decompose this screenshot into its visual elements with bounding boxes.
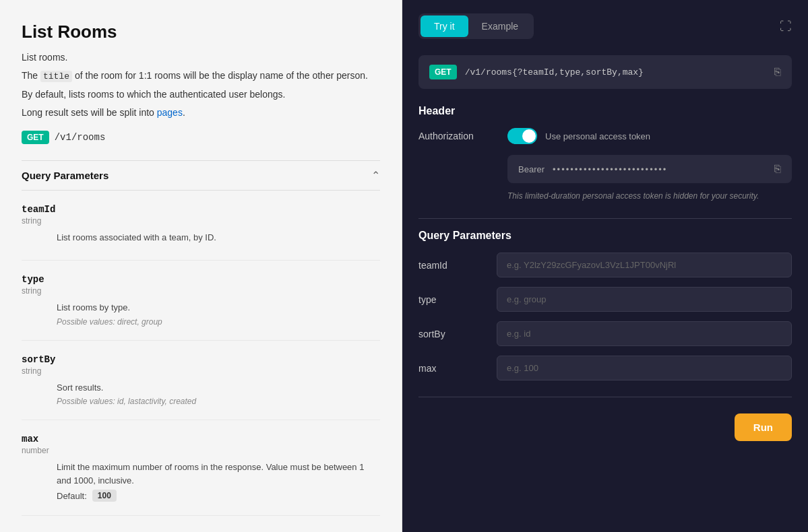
bearer-label: Bearer <box>518 164 545 174</box>
param-input-sortBy[interactable] <box>497 321 792 346</box>
header-title: Header <box>418 105 792 117</box>
toggle-knob <box>522 129 536 143</box>
param-row-label-type: type <box>418 294 486 305</box>
param-row-type: type <box>418 287 792 312</box>
param-teamId: teamId string List rooms associated with… <box>22 191 380 261</box>
param-desc-teamId: List rooms associated with a team, by ID… <box>57 231 380 244</box>
page-title: List Rooms <box>22 22 380 42</box>
param-type-max: number <box>22 446 380 455</box>
tab-buttons: Try it Example <box>418 13 534 39</box>
tab-example[interactable]: Example <box>468 15 532 37</box>
desc2: The title of the room for 1:1 rooms will… <box>22 69 380 84</box>
divider-2 <box>418 397 792 397</box>
param-type: type string List rooms by type. Possible… <box>22 261 380 341</box>
expand-icon[interactable]: ⛶ <box>780 20 792 34</box>
param-input-teamId[interactable] <box>497 253 792 277</box>
chevron-up-icon: ⌃ <box>371 169 380 182</box>
copy-endpoint-icon[interactable]: ⎘ <box>774 66 781 78</box>
security-note: This limited-duration personal access to… <box>507 190 792 202</box>
param-type-type: string <box>22 286 380 296</box>
param-type-teamId: string <box>22 216 380 226</box>
divider-1 <box>418 218 792 219</box>
default-val-max: 100 <box>92 490 117 502</box>
endpoint-path: /v1/rooms <box>55 132 106 143</box>
param-input-max[interactable] <box>497 356 792 380</box>
get-badge: GET <box>22 131 49 144</box>
auth-toggle[interactable] <box>507 128 537 144</box>
param-row-teamId: teamId <box>418 253 792 277</box>
endpoint-url: /v1/rooms{?teamId,type,sortBy,max} <box>465 67 766 77</box>
auth-label: Authorization <box>418 131 499 141</box>
param-name-teamId: teamId <box>22 204 380 215</box>
bearer-dots: •••••••••••••••••••••••••• <box>553 164 766 174</box>
query-params-right: Query Parameters teamId type sortBy max <box>418 230 792 380</box>
param-possible-sortBy: Possible values: id, lastactivity, creat… <box>57 397 380 406</box>
param-desc-type: List rooms by type. <box>57 301 380 314</box>
bearer-box: Bearer •••••••••••••••••••••••••• ⎘ <box>507 155 792 183</box>
param-name-sortBy: sortBy <box>22 354 380 365</box>
query-params-label: Query Parameters <box>22 170 108 181</box>
param-sortBy: sortBy string Sort results. Possible val… <box>22 341 380 421</box>
param-row-sortBy: sortBy <box>418 321 792 346</box>
desc4-suffix: . <box>183 107 185 118</box>
desc4: Long result sets will be split into page… <box>22 106 380 120</box>
auth-desc: Use personal access token <box>545 131 650 141</box>
param-row-max: max <box>418 356 792 380</box>
copy-bearer-icon[interactable]: ⎘ <box>774 163 781 175</box>
param-possible-type: Possible values: direct, group <box>57 317 380 327</box>
auth-row: Authorization Use personal access token <box>418 128 792 144</box>
endpoint-box: GET /v1/rooms{?teamId,type,sortBy,max} ⎘ <box>418 55 792 89</box>
param-row-label-sortBy: sortBy <box>418 329 486 339</box>
endpoint-row: GET /v1/rooms <box>22 131 380 144</box>
param-row-label-teamId: teamId <box>418 260 486 271</box>
query-params-toggle[interactable]: Query Parameters ⌃ <box>22 160 380 191</box>
desc2-suffix: of the room for 1:1 rooms will be the di… <box>75 70 368 81</box>
left-panel: List Rooms List rooms. The title of the … <box>0 0 402 532</box>
tab-try-it[interactable]: Try it <box>421 15 468 37</box>
param-max: max number Limit the maximum number of r… <box>22 420 380 516</box>
header-section: Header Authorization Use personal access… <box>418 105 792 202</box>
param-desc-sortBy: Sort results. <box>57 381 380 395</box>
pages-link[interactable]: pages <box>157 107 183 118</box>
title-code: title <box>40 71 72 82</box>
desc3: By default, lists rooms to which the aut… <box>22 88 380 102</box>
param-name-type: type <box>22 274 380 285</box>
desc1: List rooms. <box>22 51 380 65</box>
param-row-label-max: max <box>418 363 486 374</box>
param-desc-max: Limit the maximum number of rooms in the… <box>57 461 380 487</box>
run-button[interactable]: Run <box>735 413 792 441</box>
desc4-prefix: Long result sets will be split into <box>22 107 157 118</box>
param-name-max: max <box>22 434 380 444</box>
default-label-max: Default: <box>57 491 87 501</box>
right-panel: Try it Example ⛶ GET /v1/rooms{?teamId,t… <box>402 0 808 532</box>
param-type-sortBy: string <box>22 366 380 376</box>
tab-bar: Try it Example ⛶ <box>418 13 792 39</box>
param-default-max: Default: 100 <box>57 490 380 502</box>
param-input-type[interactable] <box>497 287 792 312</box>
query-params-right-title: Query Parameters <box>418 230 792 242</box>
get-badge-right: GET <box>429 65 457 79</box>
